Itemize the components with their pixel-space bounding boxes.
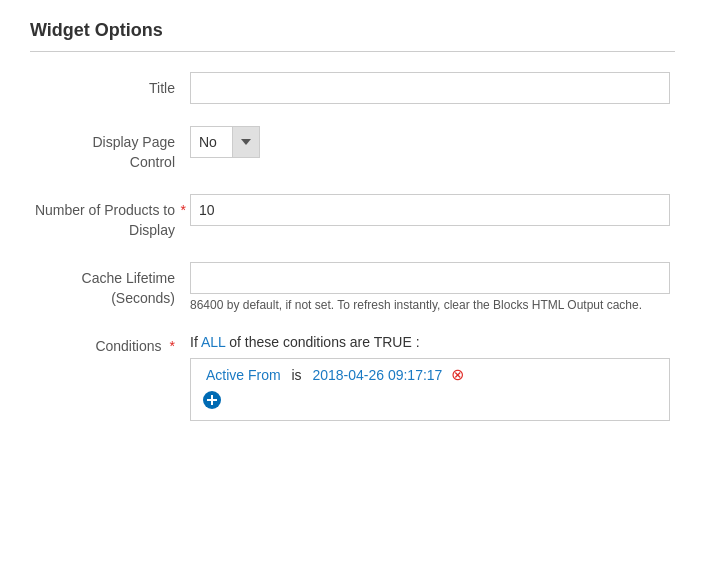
title-field bbox=[190, 72, 675, 104]
conditions-box: Active From is 2018-04-26 09:17:17 ⊗ bbox=[190, 358, 670, 421]
condition-item-active-from: Active From is 2018-04-26 09:17:17 ⊗ bbox=[203, 367, 657, 383]
num-products-field bbox=[190, 194, 675, 226]
conditions-label: Conditions * bbox=[30, 334, 190, 354]
condition-value-link[interactable]: 2018-04-26 09:17:17 bbox=[312, 367, 442, 383]
title-input[interactable] bbox=[190, 72, 670, 104]
cache-lifetime-row: Cache Lifetime(Seconds) 86400 by default… bbox=[30, 262, 675, 312]
section-title: Widget Options bbox=[30, 20, 675, 41]
condition-active-from-label: Active From is 2018-04-26 09:17:17 bbox=[203, 367, 445, 383]
section-divider bbox=[30, 51, 675, 52]
conditions-label-text: Conditions bbox=[95, 338, 161, 354]
display-page-control-select-wrapper: No Yes bbox=[190, 126, 260, 158]
display-page-control-label: Display PageControl bbox=[30, 126, 190, 172]
num-products-row: Number of Products to Display * bbox=[30, 194, 675, 240]
conditions-required-star: * bbox=[170, 338, 175, 354]
cache-lifetime-field: 86400 by default, if not set. To refresh… bbox=[190, 262, 675, 312]
conditions-content: If ALL of these conditions are TRUE : Ac… bbox=[190, 334, 670, 421]
num-products-input[interactable] bbox=[190, 194, 670, 226]
cache-lifetime-input[interactable] bbox=[190, 262, 670, 294]
display-page-control-row: Display PageControl No Yes bbox=[30, 126, 675, 172]
conditions-if-text: If bbox=[190, 334, 198, 350]
conditions-all-link[interactable]: ALL bbox=[201, 334, 225, 350]
num-products-label: Number of Products to Display * bbox=[30, 194, 190, 240]
display-page-control-field: No Yes bbox=[190, 126, 675, 158]
title-label: Title bbox=[30, 72, 190, 99]
conditions-header: If ALL of these conditions are TRUE : bbox=[190, 334, 670, 350]
conditions-suffix-text: of these conditions are TRUE : bbox=[229, 334, 419, 350]
num-products-required-star: * bbox=[181, 201, 186, 221]
add-condition-icon[interactable] bbox=[203, 391, 221, 409]
conditions-row: Conditions * If ALL of these conditions … bbox=[30, 334, 675, 421]
display-page-control-select[interactable]: No Yes bbox=[190, 126, 260, 158]
widget-options-panel: Widget Options Title Display PageControl… bbox=[0, 0, 705, 463]
condition-active-from-link[interactable]: Active From bbox=[206, 367, 281, 383]
condition-is-text: is bbox=[291, 367, 301, 383]
remove-condition-icon[interactable]: ⊗ bbox=[451, 367, 464, 383]
cache-lifetime-label: Cache Lifetime(Seconds) bbox=[30, 262, 190, 308]
title-row: Title bbox=[30, 72, 675, 104]
cache-lifetime-hint: 86400 by default, if not set. To refresh… bbox=[190, 298, 670, 312]
add-condition-row bbox=[203, 391, 657, 412]
